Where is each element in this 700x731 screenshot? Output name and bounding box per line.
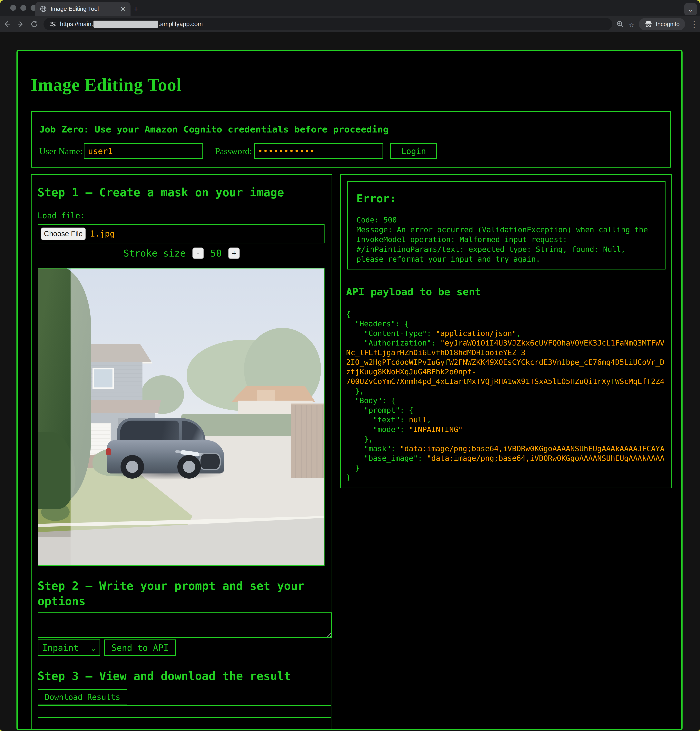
stroke-size-label: Stroke size: [123, 248, 186, 259]
download-results-button[interactable]: Download Results: [38, 689, 128, 705]
prompt-textarea[interactable]: [38, 612, 332, 638]
password-label: Password:: [215, 146, 252, 156]
username-input[interactable]: [84, 143, 203, 159]
mask-canvas[interactable]: [38, 268, 324, 566]
tab-close-icon[interactable]: ✕: [120, 6, 126, 12]
traffic-lights[interactable]: [10, 5, 37, 11]
tab-strip: Image Editing Tool ✕ + ⌄: [0, 0, 700, 16]
error-message: Message: An error occurred (ValidationEx…: [357, 225, 650, 264]
error-box: Error: Code: 500 Message: An error occur…: [347, 181, 666, 270]
result-output-box: [38, 705, 331, 718]
mode-select[interactable]: Inpaint ⌄: [38, 640, 100, 656]
api-payload-json: { "Headers": { "Content-Type": "applicat…: [346, 310, 668, 485]
file-input[interactable]: Choose File 1.jpg: [38, 224, 324, 244]
load-file-label: Load file:: [38, 211, 85, 220]
forward-icon[interactable]: [14, 20, 28, 28]
login-button[interactable]: Login: [390, 143, 437, 159]
step1-heading: Step 1 – Create a mask on your image: [38, 185, 324, 200]
zoom-icon[interactable]: [616, 20, 624, 28]
incognito-label: Incognito: [656, 21, 679, 28]
page-content: Image Editing Tool Job Zero: Use your Am…: [0, 32, 700, 731]
tab-title: Image Editing Tool: [51, 6, 116, 12]
browser-tab[interactable]: Image Editing Tool ✕: [35, 2, 131, 16]
chevron-down-icon: ⌄: [91, 643, 95, 652]
url-bar[interactable]: https://main..amplifyapp.com: [44, 18, 612, 30]
new-tab-button[interactable]: +: [133, 3, 139, 14]
bookmark-star-icon[interactable]: ☆: [629, 20, 634, 29]
incognito-badge: Incognito: [639, 18, 685, 30]
api-payload-heading: API payload to be sent: [346, 286, 481, 298]
photo-scene: [38, 269, 324, 565]
choose-file-button[interactable]: Choose File: [41, 228, 86, 240]
step-panel: Step 1 – Create a mask on your image Loa…: [31, 174, 332, 730]
stroke-increase-button[interactable]: +: [228, 248, 240, 259]
app-container: Image Editing Tool Job Zero: Use your Am…: [16, 50, 682, 730]
login-heading: Job Zero: Use your Amazon Cognito creden…: [39, 124, 389, 135]
resize-handle[interactable]: [326, 632, 330, 637]
username-label: User Name:: [39, 146, 82, 156]
minimize-window-button[interactable]: [21, 5, 26, 11]
error-code: Code: 500: [357, 215, 656, 225]
step3-heading: Step 3 – View and download the result: [38, 668, 324, 684]
file-name: 1.jpg: [90, 229, 114, 238]
stroke-decrease-button[interactable]: -: [192, 248, 204, 259]
site-settings-icon[interactable]: [49, 21, 56, 28]
api-panel: Error: Code: 500 Message: An error occur…: [340, 174, 672, 488]
stroke-size-row: Stroke size - 50 +: [32, 248, 332, 259]
reload-icon[interactable]: [28, 20, 41, 28]
login-section: Job Zero: Use your Amazon Cognito creden…: [31, 111, 671, 167]
browser-window: Image Editing Tool ✕ + ⌄ https://main..a…: [0, 0, 700, 731]
browser-toolbar: https://main..amplifyapp.com ☆ Incognito…: [0, 16, 700, 32]
close-window-button[interactable]: [10, 5, 16, 11]
password-input[interactable]: [254, 143, 383, 159]
tab-search-button[interactable]: ⌄: [684, 3, 697, 15]
back-icon[interactable]: [0, 20, 14, 28]
send-to-api-button[interactable]: Send to API: [104, 640, 176, 656]
step2-heading: Step 2 – Write your prompt and set your …: [38, 578, 324, 609]
url-redacted-segment: [94, 21, 158, 28]
menu-kebab-icon[interactable]: ⋮: [690, 20, 700, 29]
error-heading: Error:: [357, 192, 656, 205]
page-title: Image Editing Tool: [31, 74, 182, 95]
incognito-icon: [644, 20, 653, 28]
stroke-size-value: 50: [210, 248, 222, 259]
car: [107, 414, 225, 479]
url-text: https://main..amplifyapp.com: [60, 21, 203, 28]
globe-icon: [40, 6, 47, 12]
